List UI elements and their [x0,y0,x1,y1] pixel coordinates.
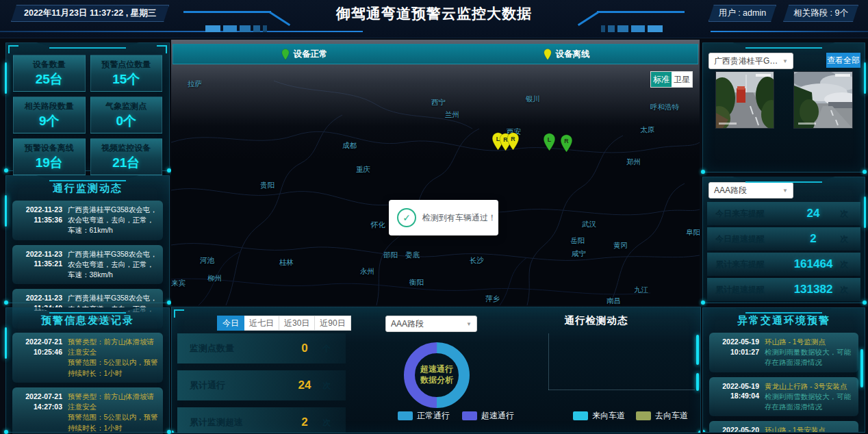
overspeed-donut-chart: 超速通行数据分析 [404,342,470,408]
chart-y-axis [548,333,549,390]
stat-total-arrivals: 累计来车提醒161464次 [707,253,860,276]
map-city-label: 成都 [342,141,357,151]
stat-device-count: 设备数量25台 [13,55,86,92]
panel-edge-glow [5,195,7,227]
map-device-legend-bar: 设备正常 设备离线 [173,44,698,64]
panel-dot [863,301,867,305]
bottom-analysis-panel: 今日 近七日 近30日 近90日 监测点数量0个 累计通行24次 累计监测超速2… [171,307,701,433]
stat-total-overspeed: 累计监测超速2次 [177,407,346,433]
camera-panel: 广西贵港桂平G358▼ 查看全部 [702,42,865,173]
road-stats-panel: AAA路段▼ 今日来车提醒24次 今日超速提醒2次 累计来车提醒161464次 … [702,177,865,303]
map-city-label: 桂林 [279,258,294,268]
camera-road-select[interactable]: 广西贵港桂平G358▼ [709,53,793,69]
map-city-label: 贵阳 [260,181,275,190]
map-container[interactable]: 拉萨西宁兰州银川呼和浩特太原郑州西安成都重庆贵阳怀化武汉岳阳黄冈咸宁阜阳河池柳州… [171,40,700,305]
device-stats-panel: 设备数量25台 预警点位数量15个 相关路段数量9个 气象监测点0个 预警设备离… [5,42,170,171]
dashboard-root: { "header": { "datetime": "2022年11月23日 1… [0,0,868,434]
map-pin-icon [281,49,290,60]
camera-thumbnail-2[interactable] [793,71,853,129]
warning-records-panel: 预警信息发送记录 2022-07-2110:25:46 预警类型：前方山体滑坡请… [5,307,170,433]
check-circle-icon: ✓ [397,208,416,227]
page-title: 御驾通弯道预警云监控大数据 [336,4,532,23]
map-city-label: 武汉 [582,220,596,229]
panel-corner-decor [157,45,167,53]
map-city-label: 怀化 [371,220,385,230]
map-city-label: 重庆 [356,165,370,175]
datetime-badge: 2022年11月23日 11:37:22 , 星期三 [11,5,169,22]
header-decor-squares-right [601,25,663,32]
map-city-label: 永州 [360,267,374,277]
map-city-label: 兰州 [445,110,459,120]
tab-last90days[interactable]: 近90日 [315,316,350,331]
chevron-down-icon: ▼ [463,321,472,327]
tab-last30days[interactable]: 近30日 [279,316,315,331]
device-pin-normal[interactable]: L [543,133,556,154]
donut-legend: 正常通行 超速通行 [398,410,514,422]
user-badge: 用户 : admin [709,5,776,22]
view-all-button[interactable]: 查看全部 [826,53,860,68]
analysis-road-select[interactable]: AAA路段▼ [385,316,477,332]
lane-legend: 来向车道 去向车道 [573,410,688,422]
donut-center-label: 超速通行数据分析 [404,342,470,408]
map-city-label: 拉萨 [188,79,202,89]
map-city-label: 衡阳 [409,278,424,288]
panel-corner-decor [8,45,18,53]
panel-edge-glow [5,327,7,359]
svg-text:R: R [511,136,515,142]
stat-total-speeding: 累计超速提醒131382次 [707,278,860,301]
panel-dot [4,168,8,173]
map-city-label: 萍乡 [485,294,500,304]
tab-last7days[interactable]: 近七日 [244,316,279,331]
device-pin-offline[interactable]: R [507,132,520,153]
panel-edge-glow [5,62,7,94]
date-range-tabs: 今日 近七日 近30日 近90日 [217,316,351,331]
road-stats-select[interactable]: AAA路段▼ [709,182,793,199]
env-alerts-panel: 异常交通环境预警 2022-05-1910:01:27 环山路 - 1号监测点检… [702,307,865,433]
map-city-label: 九江 [634,285,648,295]
legend-device-normal: 设备正常 [281,49,328,60]
panel-dot [701,170,705,174]
map-standard-button[interactable]: 标准 [651,72,672,87]
stat-today-arrivals: 今日来车提醒24次 [707,202,860,225]
tab-today[interactable]: 今日 [217,316,244,331]
header-decor-line-left [0,31,363,32]
env-alert-row: 2022-05-1918:49:04 黄龙山上行路 - 3号安装点检测到雨雪数据… [709,377,858,417]
stat-road-count: 相关路段数量9个 [13,97,86,133]
stat-warning-points: 预警点位数量15个 [90,55,163,92]
map-city-label: 邵阳 [383,251,398,260]
panel-dot [698,431,701,433]
panel-decor-bar [696,335,699,365]
traffic-monitor-title: 通行监测动态 [6,176,169,195]
camera-thumbnail-1[interactable] [715,71,774,129]
road-photo-cloudy [794,72,852,128]
device-pin-normal[interactable]: R [560,134,573,155]
header-decor-angle-right [597,11,685,13]
warning-records-title: 预警信息发送记录 [6,308,169,327]
pass-detection-chart-title: 通行检测动态 [494,314,699,327]
panel-dot [4,430,8,434]
warning-record-row: 2022-07-2114:27:03 预警类型：前方山体滑坡请注意安全预警范围：… [12,387,163,434]
stat-weather-points: 气象监测点0个 [90,97,163,133]
map-city-label: 太原 [640,125,654,135]
map-city-label: 呼和浩特 [650,103,679,112]
header-decor-angle-right-2 [578,11,600,26]
map-satellite-button[interactable]: 卫星 [672,72,692,87]
roads-count-badge: 相关路段 : 9个 [783,5,858,22]
panel-scroll-indicator[interactable] [860,349,863,387]
warning-record-row: 2022-07-2110:25:46 预警类型：前方山体滑坡请注意安全预警范围：… [12,333,163,383]
map-city-label: 黄冈 [613,241,628,251]
env-alerts-title: 异常交通环境预警 [703,308,865,327]
header-decor-squares-left [205,25,267,32]
header-decor-line-right [711,31,868,32]
stat-offline-devices: 预警设备离线19台 [13,138,86,175]
chevron-down-icon: ▼ [780,58,788,64]
map-city-label: 娄底 [405,251,420,260]
map-city-label: 咸宁 [572,249,586,259]
panel-dot [171,431,174,433]
legend-swatch-incoming [573,411,588,420]
stat-today-speeding: 今日超速提醒2次 [707,227,860,251]
header-bar: 2022年11月23日 11:37:22 , 星期三 御驾通弯道预警云监控大数据… [0,0,868,38]
stat-total-passes: 累计通行24次 [177,370,346,400]
map-city-label: 岳阳 [570,236,585,246]
svg-text:L: L [548,136,552,143]
